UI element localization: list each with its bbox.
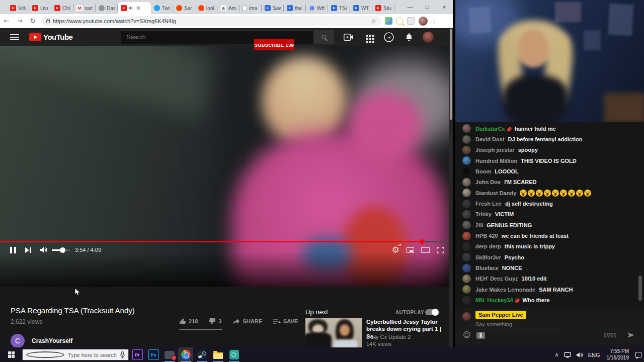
taskbar-app-steam[interactable] (194, 347, 209, 362)
time-separator: / (87, 247, 89, 253)
browser-tab[interactable]: aAma (217, 2, 239, 14)
messages-icon[interactable] (383, 32, 394, 43)
superchat-dollar-icon[interactable]: $ (476, 332, 485, 339)
browser-profile-avatar[interactable] (419, 17, 428, 26)
scared-face-emoji-icon (520, 190, 527, 197)
taskbar-app-photoshop[interactable]: Ps (146, 347, 161, 362)
chat-message: Fresh Leedj self destructing (455, 198, 640, 209)
reload-icon[interactable]: ↻ (26, 17, 39, 25)
action-center-icon[interactable] (633, 347, 644, 362)
browser-tab[interactable]: Vide (7, 2, 29, 14)
taskbar-search-input[interactable]: Type here to search (22, 349, 129, 360)
taskbar-app-file-explorer[interactable] (210, 347, 225, 362)
forward-icon[interactable]: → (13, 17, 26, 25)
volume-slider[interactable] (52, 249, 70, 251)
next-button[interactable] (25, 242, 32, 257)
scared-face-emoji-icon (536, 190, 543, 197)
chat-scrollbar-thumb[interactable] (638, 276, 642, 301)
chat-message: John DoeI'M SCARED (455, 177, 640, 188)
save-button[interactable]: SAVE (273, 318, 298, 325)
channel-avatar[interactable]: C (11, 334, 25, 347)
browser-tab[interactable]: Wtf (306, 2, 328, 14)
pause-button[interactable] (9, 242, 17, 257)
hamburger-menu-icon[interactable] (10, 34, 19, 40)
tab-audio-icon[interactable] (129, 4, 134, 13)
theater-mode-icon[interactable] (421, 247, 430, 253)
browser-menu-icon[interactable]: ⋮ (431, 17, 437, 25)
extension-image-icon[interactable] (385, 17, 392, 25)
browser-tab[interactable]: Chill (51, 2, 73, 14)
browser-tab[interactable]: Saw (262, 2, 284, 14)
microphone-icon[interactable] (120, 351, 125, 358)
browser-tab[interactable]: Sam (173, 2, 195, 14)
upload-video-icon[interactable] (343, 32, 354, 43)
browser-tab[interactable]: Msam (73, 2, 96, 14)
taskbar-app-teal[interactable] (226, 347, 242, 362)
lock-icon (46, 20, 50, 23)
tray-chevron-up-icon[interactable]: ∧ (552, 347, 561, 362)
scared-face-emoji-icon (560, 190, 567, 197)
browser-tab[interactable]: Stud (372, 2, 394, 14)
network-icon[interactable] (561, 347, 574, 362)
taskbar-app-premiere-pro[interactable]: Pr (130, 347, 145, 362)
browser-tab[interactable]: WTF (350, 2, 372, 14)
like-button[interactable]: 218 (179, 318, 198, 325)
chat-username: HEH' Deez Guyz (475, 276, 518, 282)
taskbar-app-chrome[interactable] (178, 347, 193, 362)
gmail-favicon-icon: M (76, 5, 83, 11)
start-button[interactable] (0, 347, 22, 362)
browser-tab[interactable]: Dash (96, 2, 118, 14)
chat-text-field[interactable]: Say something... (475, 321, 517, 327)
scrollbar-thumb[interactable] (450, 29, 452, 120)
dislike-button[interactable]: 3 (209, 318, 221, 325)
browser-tab[interactable]: ima (239, 2, 262, 14)
browser-tab[interactable]: Live (29, 2, 51, 14)
chat-message: Jake Makes LemonadeSAM RANCH (455, 284, 640, 295)
volume-icon[interactable] (40, 242, 48, 257)
notifications-bell-icon[interactable] (404, 32, 415, 43)
youtube-favicon-icon (121, 5, 127, 11)
channel-name[interactable]: CrashYourself (32, 337, 72, 344)
youtube-logo[interactable]: YouTube (29, 33, 72, 41)
close-button[interactable]: × (436, 0, 453, 14)
search-button[interactable] (314, 30, 334, 44)
subscribe-button[interactable]: SUBSCRIBE 139 (254, 39, 294, 50)
back-icon[interactable]: ← (0, 17, 13, 25)
apps-grid-icon[interactable] (363, 32, 374, 43)
tab-close-icon[interactable]: × (136, 5, 141, 11)
maximize-button[interactable]: □ (419, 0, 436, 14)
clock[interactable]: 7:55 PM 1/16/2019 (603, 348, 633, 361)
send-message-icon[interactable] (627, 331, 635, 340)
share-button[interactable]: SHARE (232, 318, 262, 325)
settings-button[interactable]: ⚙ HD (392, 245, 399, 255)
fullscreen-icon[interactable] (437, 247, 444, 253)
chat-username: MN_Hockey34 (475, 297, 513, 303)
extension-magnifier-icon[interactable] (396, 17, 404, 25)
page-scrollbar[interactable] (449, 28, 453, 347)
emoji-picker-icon[interactable]: ☺ (463, 330, 471, 339)
speaker-icon[interactable] (574, 347, 586, 362)
autoplay-toggle[interactable] (425, 309, 438, 315)
browser-tab[interactable]: TSA (328, 2, 350, 14)
miniplayer-icon[interactable] (407, 247, 414, 253)
upnext-view-count: 14K views (366, 341, 391, 347)
chat-avatar (462, 232, 471, 240)
youtube-header: YouTube Search (0, 28, 453, 46)
browser-tab[interactable]: look (195, 2, 217, 14)
browser-tab[interactable]: Twitt (151, 2, 173, 14)
extension-gray-icon[interactable] (407, 17, 415, 25)
taskbar-app-with-notification[interactable] (162, 347, 177, 362)
tab-title: look (206, 6, 214, 11)
youtube-account-avatar[interactable] (423, 32, 434, 43)
upnext-thumbnail[interactable] (305, 318, 362, 347)
bookmark-star-icon[interactable]: ☆ (371, 18, 376, 25)
chat-username: HPB 420 (475, 233, 498, 239)
minimize-button[interactable]: — (401, 0, 419, 14)
browser-tab[interactable]: the (284, 2, 306, 14)
url-text[interactable]: https://www.youtube.com/watch?v=SXmg6K4N… (53, 18, 368, 24)
chat-username: David Dost (475, 136, 504, 142)
browser-tab-active[interactable]: × (118, 2, 151, 14)
chat-username: derp derp (475, 243, 501, 249)
address-bar[interactable]: https://www.youtube.com/watch?v=SXmg6K4N… (41, 16, 381, 26)
language-indicator[interactable]: ENG (586, 347, 603, 362)
